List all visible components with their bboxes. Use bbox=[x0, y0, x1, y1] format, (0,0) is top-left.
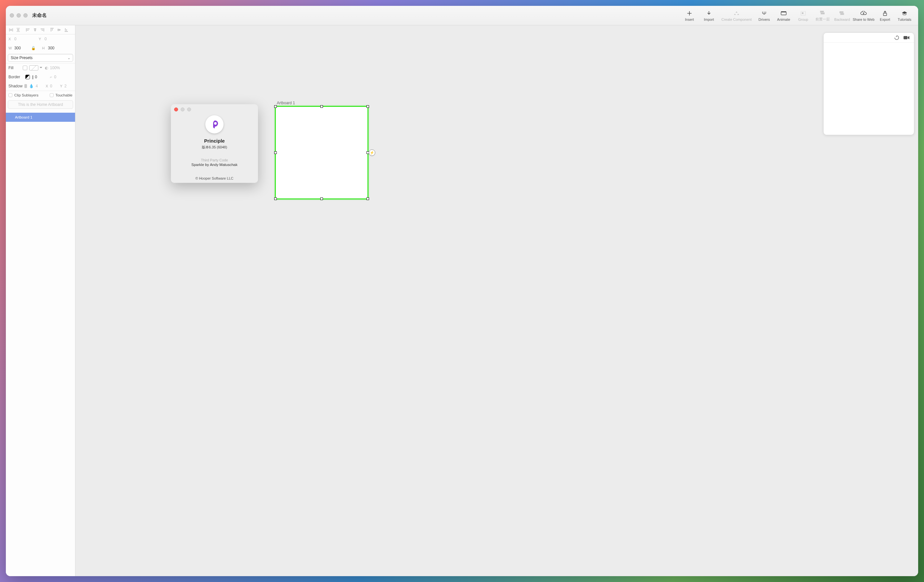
insert-button[interactable]: Insert bbox=[680, 9, 699, 22]
forward-button: 前置一层 bbox=[813, 9, 832, 22]
resize-handle-ml[interactable] bbox=[274, 151, 277, 154]
close-window-button[interactable] bbox=[10, 13, 14, 18]
align-top-icon[interactable] bbox=[49, 26, 55, 33]
distribute-vertical-icon[interactable] bbox=[15, 26, 21, 33]
svg-point-2 bbox=[766, 12, 766, 12]
shadow-x-input[interactable]: 0 bbox=[50, 84, 58, 88]
resize-handle-tm[interactable] bbox=[320, 105, 323, 108]
document-title: 未命名 bbox=[32, 12, 47, 18]
share-to-web-button[interactable]: Share to Web bbox=[852, 9, 875, 22]
rewind-icon[interactable] bbox=[894, 35, 899, 40]
interaction-bolt-icon[interactable]: ⚡ bbox=[369, 149, 375, 156]
alignment-toolbar bbox=[6, 25, 75, 35]
svg-point-12 bbox=[214, 122, 217, 125]
animate-button[interactable]: Animate bbox=[774, 9, 794, 22]
y-label: Y bbox=[39, 37, 43, 41]
lock-aspect-icon[interactable]: 🔓 bbox=[31, 46, 36, 50]
svg-rect-8 bbox=[820, 11, 824, 13]
fill-opacity-input[interactable]: 100% bbox=[50, 66, 60, 70]
fill-color-swatch[interactable] bbox=[23, 66, 27, 70]
align-right-icon[interactable] bbox=[39, 26, 46, 33]
download-arrow-icon bbox=[707, 10, 711, 17]
layer-item[interactable]: Artboard 1 bbox=[6, 113, 75, 122]
about-close-button[interactable] bbox=[174, 107, 178, 111]
resize-handle-tr[interactable] bbox=[366, 105, 369, 108]
align-center-v-icon[interactable] bbox=[56, 26, 63, 33]
animate-icon bbox=[781, 10, 787, 17]
svg-point-0 bbox=[762, 12, 763, 12]
shadow-color-swatch[interactable] bbox=[25, 84, 26, 88]
touchable-checkbox[interactable] bbox=[50, 93, 54, 97]
create-component-button: Create Component bbox=[719, 9, 754, 22]
resize-handle-br[interactable] bbox=[366, 198, 369, 200]
artboard-label[interactable]: Artboard 1 bbox=[277, 101, 295, 105]
distribute-horizontal-icon[interactable] bbox=[8, 26, 14, 33]
resize-handle-bm[interactable] bbox=[320, 198, 323, 200]
component-icon bbox=[734, 10, 739, 17]
opacity-icon: ◐ bbox=[45, 66, 48, 70]
group-button: Group bbox=[794, 9, 813, 22]
window-controls bbox=[10, 13, 28, 18]
about-version: 版本6.35 (6048) bbox=[202, 145, 227, 150]
size-presets-dropdown[interactable]: Size Presets ⌄ bbox=[8, 54, 73, 62]
shadow-label: Shadow bbox=[8, 84, 22, 88]
corner-radius-input[interactable]: 0 bbox=[54, 75, 67, 79]
blur-icon: 💧 bbox=[29, 84, 34, 88]
x-input[interactable]: 0 bbox=[14, 37, 27, 41]
resize-handle-tl[interactable] bbox=[274, 105, 277, 108]
border-label: Border bbox=[8, 75, 20, 79]
svg-rect-6 bbox=[802, 12, 804, 14]
border-color-swatch[interactable] bbox=[25, 75, 30, 79]
shadow-blur-input[interactable]: 4 bbox=[36, 84, 44, 88]
align-left-icon[interactable] bbox=[25, 26, 31, 33]
w-label: W bbox=[8, 46, 12, 50]
shadow-y-input[interactable]: 2 bbox=[64, 84, 73, 88]
artboard[interactable]: ⚡ bbox=[275, 106, 368, 199]
tutorials-button[interactable]: Tutorials bbox=[895, 9, 914, 22]
about-third-party-label: Third Party Code bbox=[201, 158, 228, 162]
preview-panel bbox=[823, 33, 914, 135]
svg-rect-4 bbox=[781, 12, 786, 12]
about-sparkle-credit: Sparkle by Andy Matuschak bbox=[191, 163, 238, 167]
touchable-label: Touchable bbox=[56, 93, 73, 97]
canvas[interactable]: Artboard 1 ⚡ bbox=[75, 25, 918, 576]
group-icon bbox=[800, 10, 806, 17]
layer-list: Artboard 1 bbox=[6, 113, 75, 122]
zoom-window-button[interactable] bbox=[23, 13, 28, 18]
corner-radius-icon: ⌐ bbox=[50, 75, 52, 79]
minimize-window-button[interactable] bbox=[16, 13, 21, 18]
resize-handle-bl[interactable] bbox=[274, 198, 277, 200]
align-center-h-icon[interactable] bbox=[32, 26, 38, 33]
drivers-button[interactable]: Drivers bbox=[754, 9, 774, 22]
titlebar: 未命名 Insert Import Create Component Drive… bbox=[6, 6, 918, 25]
y-input[interactable]: 0 bbox=[45, 37, 58, 41]
border-width-input[interactable]: 0 bbox=[35, 75, 48, 79]
share-icon bbox=[883, 10, 887, 17]
fill-image-dropdown[interactable] bbox=[29, 65, 38, 71]
about-zoom-button bbox=[187, 107, 191, 111]
x-label: X bbox=[8, 37, 12, 41]
clip-sublayers-label: Clip Sublayers bbox=[14, 93, 38, 97]
about-minimize-button bbox=[181, 107, 185, 111]
chevron-down-icon: ⌄ bbox=[68, 56, 70, 60]
plus-icon bbox=[687, 10, 692, 17]
height-input[interactable]: 300 bbox=[48, 46, 61, 50]
home-artboard-button[interactable]: This is the Home Artboard bbox=[8, 101, 73, 109]
about-app-name: Principle bbox=[204, 138, 224, 143]
bring-forward-icon bbox=[820, 9, 825, 16]
record-icon[interactable] bbox=[904, 36, 909, 40]
backward-button: Backward bbox=[832, 9, 852, 22]
export-button[interactable]: Export bbox=[875, 9, 895, 22]
import-button[interactable]: Import bbox=[699, 9, 719, 22]
app-icon bbox=[205, 115, 224, 134]
align-bottom-icon[interactable] bbox=[63, 26, 69, 33]
svg-rect-3 bbox=[781, 12, 786, 15]
width-input[interactable]: 300 bbox=[14, 46, 27, 50]
clip-sublayers-checkbox[interactable] bbox=[8, 93, 12, 97]
send-backward-icon bbox=[839, 10, 845, 17]
main-window: 未命名 Insert Import Create Component Drive… bbox=[6, 6, 918, 576]
svg-rect-13 bbox=[904, 36, 908, 39]
h-label: H bbox=[42, 46, 46, 50]
toolbar: Insert Import Create Component Drivers A… bbox=[680, 9, 914, 22]
fill-label: Fill bbox=[8, 66, 13, 70]
